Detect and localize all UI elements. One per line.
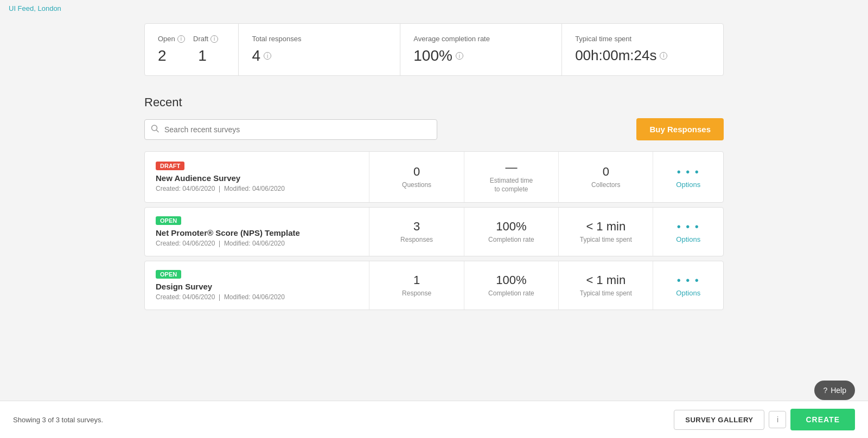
survey-title: Net Promoter® Score (NPS) Template <box>156 228 358 237</box>
total-responses-value: 4 <box>252 47 260 65</box>
survey-meta: Created: 04/06/2020 | Modified: 04/06/20… <box>156 240 358 247</box>
stat-label: Completion rate <box>488 289 534 298</box>
draft-info-icon[interactable]: i <box>210 35 218 43</box>
avg-completion-label: Average completion rate <box>413 35 490 43</box>
stat-label: Collectors <box>591 181 620 190</box>
typical-time-label: Typical time spent <box>575 35 631 43</box>
survey-meta: Created: 04/06/2020 | Modified: 04/06/20… <box>156 185 358 192</box>
survey-main-3: OPEN Design Survey Created: 04/06/2020 |… <box>145 261 369 310</box>
search-icon <box>151 124 159 134</box>
options-dots-icon: • • • <box>677 274 700 287</box>
survey-main-2: OPEN Net Promoter® Score (NPS) Template … <box>145 208 369 256</box>
search-bar-row: Buy Responses <box>144 118 724 140</box>
options-dots-icon: • • • <box>677 221 700 233</box>
open-info-icon[interactable]: i <box>177 35 185 43</box>
breadcrumb[interactable]: UI Feed, London <box>0 0 868 12</box>
survey-collectors-stat: 0 Collectors <box>558 152 653 202</box>
survey-title: Design Survey <box>156 282 358 291</box>
section-title: Recent <box>144 95 724 110</box>
survey-completion-stat: 100% Completion rate <box>464 261 558 310</box>
buy-responses-button[interactable]: Buy Responses <box>636 118 724 140</box>
stat-value: 100% <box>496 273 526 287</box>
survey-completion-stat: 100% Completion rate <box>464 208 558 256</box>
typical-time-card: Typical time spent 00h:00m:24s i <box>562 24 723 75</box>
stat-label: Typical time spent <box>580 236 632 244</box>
survey-title: New Audience Survey <box>156 173 358 183</box>
stat-label: Typical time spent <box>580 289 632 298</box>
survey-time-stat: — Estimated timeto complete <box>464 152 558 202</box>
stat-value: < 1 min <box>586 220 626 234</box>
avg-completion-value: 100% <box>413 47 452 65</box>
table-row: OPEN Net Promoter® Score (NPS) Template … <box>144 207 724 256</box>
total-responses-label: Total responses <box>252 35 301 43</box>
avg-completion-info-icon[interactable]: i <box>456 52 463 60</box>
survey-response-stat: 1 Response <box>369 261 463 310</box>
status-badge: DRAFT <box>156 162 184 170</box>
table-row: DRAFT New Audience Survey Created: 04/06… <box>144 151 724 203</box>
avg-completion-card: Average completion rate 100% i <box>400 24 562 75</box>
typical-time-info-icon[interactable]: i <box>660 52 667 60</box>
svg-line-1 <box>157 130 159 132</box>
draft-label: Draft <box>193 35 208 43</box>
survey-options-button[interactable]: • • • Options <box>653 261 723 310</box>
status-badge: OPEN <box>156 270 181 279</box>
stat-value: 100% <box>496 220 526 234</box>
draft-value: 1 <box>198 47 207 65</box>
stat-label: Response <box>402 289 431 298</box>
search-wrapper <box>144 119 437 140</box>
stat-value: — <box>505 160 517 175</box>
survey-time-stat: < 1 min Typical time spent <box>558 261 653 310</box>
stat-label: Estimated timeto complete <box>490 177 533 194</box>
open-label: Open <box>158 35 175 43</box>
total-responses-card: Total responses 4 i <box>239 24 400 75</box>
options-label: Options <box>676 235 700 243</box>
survey-options-button[interactable]: • • • Options <box>653 152 723 202</box>
stat-label: Responses <box>400 236 433 244</box>
survey-list: DRAFT New Audience Survey Created: 04/06… <box>144 151 724 314</box>
stat-value: 1 <box>413 273 420 287</box>
table-row: OPEN Design Survey Created: 04/06/2020 |… <box>144 261 724 310</box>
survey-time-stat: < 1 min Typical time spent <box>558 208 653 256</box>
typical-time-value: 00h:00m:24s <box>575 47 656 64</box>
open-value: 2 <box>158 47 167 65</box>
total-responses-info-icon[interactable]: i <box>264 52 271 60</box>
survey-meta: Created: 04/06/2020 | Modified: 04/06/20… <box>156 293 358 301</box>
stat-label: Completion rate <box>488 236 534 244</box>
stat-value: 3 <box>413 220 420 234</box>
survey-main-1: DRAFT New Audience Survey Created: 04/06… <box>145 152 369 202</box>
options-label: Options <box>676 289 700 297</box>
stat-value: 0 <box>413 165 420 179</box>
options-label: Options <box>676 181 700 189</box>
stat-value: 0 <box>603 165 609 179</box>
survey-responses-stat: 3 Responses <box>369 208 463 256</box>
status-badge: OPEN <box>156 216 181 225</box>
stats-row: Open i Draft i 2 1 Total responses 4 i <box>144 23 724 76</box>
search-input[interactable] <box>144 119 437 140</box>
open-stat-card: Open i Draft i 2 1 <box>145 24 239 75</box>
options-dots-icon: • • • <box>677 166 700 178</box>
stat-value: < 1 min <box>586 273 626 287</box>
stat-label: Questions <box>402 181 431 190</box>
survey-questions-stat: 0 Questions <box>369 152 463 202</box>
survey-options-button[interactable]: • • • Options <box>653 208 723 256</box>
